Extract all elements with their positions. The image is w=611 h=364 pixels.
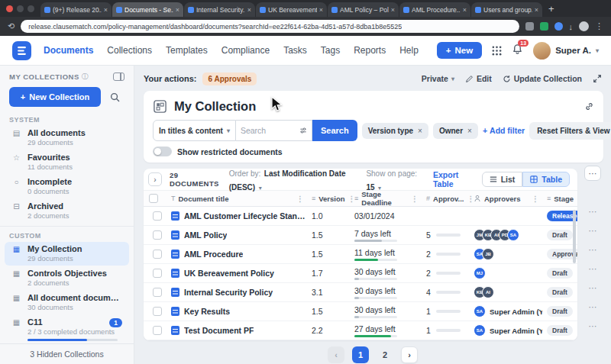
row-checkbox[interactable] bbox=[153, 211, 162, 221]
tab-close-icon[interactable]: × bbox=[176, 6, 179, 14]
window-zoom-button[interactable] bbox=[27, 5, 34, 12]
privacy-dropdown[interactable]: Private▾ bbox=[422, 74, 454, 83]
extensions-icon[interactable] bbox=[525, 22, 534, 31]
search-input[interactable] bbox=[241, 126, 296, 135]
row-menu-icon[interactable]: ⋯ bbox=[589, 279, 597, 298]
column-header-document-title[interactable]: TDocument title⋮ bbox=[166, 195, 307, 203]
next-page-button[interactable]: › bbox=[401, 346, 418, 363]
sidebar-item-favourites[interactable]: ☆ Favourites11 documents bbox=[5, 150, 129, 174]
nav-item-help[interactable]: Help bbox=[399, 45, 419, 56]
row-menu-icon[interactable]: ⋯ bbox=[589, 202, 597, 221]
reload-icon[interactable]: ⟲ bbox=[8, 21, 15, 31]
row-menu-icon[interactable]: ⋯ bbox=[589, 259, 597, 279]
document-title-link[interactable]: Key Results bbox=[184, 307, 230, 316]
table-row[interactable]: AML Procedure 1.5 11 days left 2 SAJB Ap… bbox=[144, 245, 577, 264]
table-view-button[interactable]: Table bbox=[522, 172, 570, 187]
user-menu[interactable]: Super A. ▾ bbox=[533, 42, 599, 60]
column-header-approvers[interactable]: Approvers⋮ bbox=[469, 195, 542, 203]
column-header-approvals[interactable]: #Approv...⋮ bbox=[422, 195, 469, 203]
hidden-collections-link[interactable]: 3 Hidden Collections bbox=[0, 343, 134, 364]
nav-item-templates[interactable]: Templates bbox=[166, 45, 208, 56]
browser-tab[interactable]: (9+) Release 20...× bbox=[40, 2, 112, 17]
column-header-stage[interactable]: ≡Stage bbox=[542, 195, 577, 203]
tab-close-icon[interactable]: × bbox=[104, 6, 108, 14]
sidebar-item-c11[interactable]: ▦ C11 1 2 / 3 completed documents bbox=[5, 315, 129, 343]
sidebar-item-all-documents[interactable]: ▤ All documents29 documents bbox=[5, 126, 129, 150]
update-collection-button[interactable]: Update Collection bbox=[503, 74, 582, 83]
column-menu-icon[interactable]: ⋮ bbox=[532, 195, 539, 203]
list-view-button[interactable]: List bbox=[482, 172, 523, 187]
export-table-button[interactable]: Export Table bbox=[433, 170, 474, 188]
tab-close-icon[interactable]: × bbox=[319, 6, 323, 14]
filter-sliders-icon[interactable] bbox=[299, 126, 307, 135]
window-minimize-button[interactable] bbox=[17, 5, 24, 12]
nav-item-tasks[interactable]: Tasks bbox=[283, 45, 307, 56]
extension-blue-icon[interactable] bbox=[554, 22, 563, 31]
column-menu-icon[interactable]: ⋮ bbox=[296, 195, 304, 203]
tab-close-icon[interactable]: × bbox=[247, 6, 251, 14]
table-row[interactable]: Key Results 1.5 30 days left 1 SASuper A… bbox=[144, 302, 577, 321]
row-menu-icon[interactable]: ⋯ bbox=[589, 240, 597, 259]
previous-page-button[interactable]: ‹ bbox=[328, 346, 344, 363]
collapse-panel-icon[interactable] bbox=[113, 72, 124, 81]
filter-chip-owner[interactable]: Owner × bbox=[433, 123, 478, 139]
table-row[interactable]: Internal Security Policy 3.1 30 days lef… bbox=[144, 283, 577, 302]
browser-profile-avatar[interactable] bbox=[579, 21, 589, 31]
nav-item-documents[interactable]: Documents bbox=[44, 45, 93, 56]
link-icon[interactable] bbox=[584, 101, 594, 111]
nav-item-reports[interactable]: Reports bbox=[354, 45, 386, 56]
clausematch-logo[interactable] bbox=[12, 41, 31, 60]
document-title-link[interactable]: AML Customer Lifecycle Standard bbox=[184, 211, 307, 221]
table-options-button[interactable]: ⋯ bbox=[584, 166, 601, 181]
tab-close-icon[interactable]: × bbox=[463, 6, 467, 14]
url-field[interactable]: release.clausematch.com/policy-managemen… bbox=[21, 20, 519, 33]
column-header-stage-deadline[interactable]: ≡Stage Deadline⋮ bbox=[350, 190, 422, 207]
row-checkbox[interactable] bbox=[153, 269, 162, 278]
restricted-documents-toggle[interactable] bbox=[153, 147, 172, 156]
page-button-1[interactable]: 1 bbox=[352, 346, 369, 363]
browser-tab-active[interactable]: Documents - Se...× bbox=[112, 2, 183, 17]
approvals-chip[interactable]: 6 Approvals bbox=[202, 72, 257, 85]
row-checkbox[interactable] bbox=[153, 250, 162, 259]
browser-tab[interactable]: UK Bereavement...× bbox=[256, 2, 327, 17]
apps-grid-icon[interactable] bbox=[492, 46, 502, 56]
document-title-link[interactable]: AML Procedure bbox=[184, 250, 243, 259]
nav-item-compliance[interactable]: Compliance bbox=[221, 45, 270, 56]
row-menu-icon[interactable]: ⋯ bbox=[589, 221, 597, 240]
select-all-checkbox[interactable] bbox=[149, 194, 158, 203]
info-icon[interactable]: ⓘ bbox=[82, 72, 89, 82]
row-checkbox[interactable] bbox=[153, 326, 162, 335]
sidebar-item-archived[interactable]: ⊟ Archived2 documents bbox=[5, 199, 129, 223]
row-checkbox[interactable] bbox=[153, 307, 162, 316]
search-icon[interactable] bbox=[110, 92, 120, 102]
browser-menu-icon[interactable]: ⋮ bbox=[595, 21, 603, 31]
search-scope-dropdown[interactable]: In titles & content ▾ bbox=[153, 120, 236, 141]
reset-filters-button[interactable]: Reset Filters & View bbox=[529, 122, 611, 140]
column-menu-icon[interactable]: ⋮ bbox=[411, 195, 419, 203]
filter-chip-version-type[interactable]: Version type × bbox=[362, 123, 428, 139]
column-header-version[interactable]: ≡Version⋮ bbox=[307, 195, 350, 203]
close-icon[interactable]: × bbox=[418, 127, 422, 135]
new-document-button[interactable]: + New bbox=[437, 42, 482, 59]
browser-tab[interactable]: AML Procedure...× bbox=[399, 2, 470, 17]
nav-item-collections[interactable]: Collections bbox=[107, 45, 152, 56]
row-menu-icon[interactable]: ⋯ bbox=[589, 317, 597, 336]
tab-close-icon[interactable]: × bbox=[391, 6, 395, 14]
row-checkbox[interactable] bbox=[153, 288, 162, 297]
add-filter-button[interactable]: + Add filter bbox=[483, 126, 525, 135]
edit-button[interactable]: Edit bbox=[465, 74, 492, 83]
new-collection-button[interactable]: + New Collection bbox=[9, 87, 101, 107]
browser-tab[interactable]: Users and group...× bbox=[471, 2, 542, 17]
expand-icon[interactable] bbox=[593, 74, 602, 83]
sidebar-item-my-collection[interactable]: ▦ My Collection29 documents bbox=[5, 242, 129, 266]
page-button-2[interactable]: 2 bbox=[377, 346, 393, 363]
table-row[interactable]: AML Customer Lifecycle Standard 1.0 03/0… bbox=[144, 207, 577, 226]
table-row[interactable]: AML Policy 1.5 7 days left 5 JMKBAIPDSA … bbox=[144, 226, 577, 245]
row-checkbox[interactable] bbox=[153, 230, 162, 240]
document-title-link[interactable]: Internal Security Policy bbox=[184, 288, 273, 297]
tab-close-icon[interactable]: × bbox=[535, 6, 538, 14]
downloads-icon[interactable]: ↓ bbox=[569, 22, 574, 31]
notifications-bell[interactable]: 13 bbox=[512, 43, 523, 58]
close-icon[interactable]: × bbox=[467, 127, 472, 135]
sidebar-item-incomplete[interactable]: ○ Incomplete0 documents bbox=[5, 175, 129, 198]
